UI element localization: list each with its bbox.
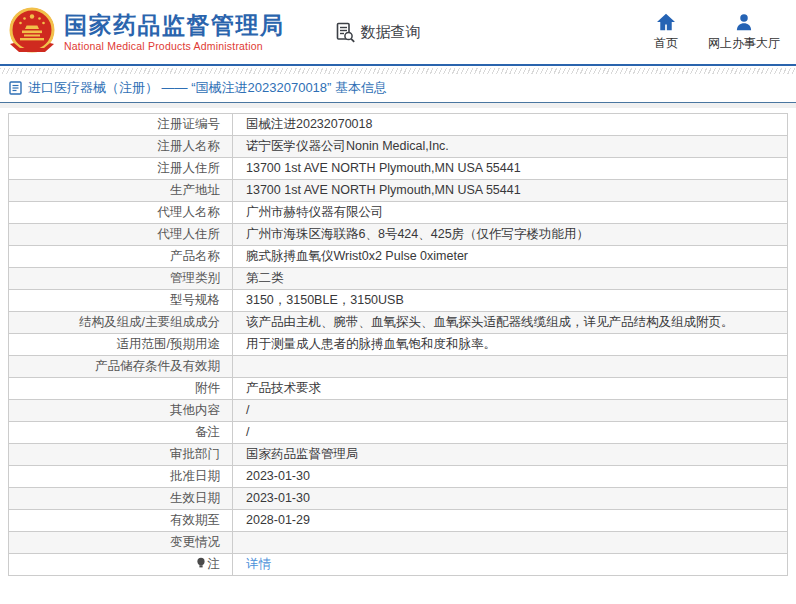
nmpa-logo: 国家药品监督管理局 National Medical Products Admi… (8, 6, 285, 58)
row-label: 生效日期 (9, 488, 233, 510)
bulb-icon (196, 557, 206, 573)
page-title-bar: 进口医疗器械（注册） —— “国械注进20232070018” 基本信息 (0, 74, 796, 103)
row-label: 适用范围/预期用途 (9, 334, 233, 356)
table-row: 注册人住所13700 1st AVE NORTH Plymouth,MN USA… (9, 158, 788, 180)
row-label: 附件 (9, 378, 233, 400)
table-row: 其他内容/ (9, 400, 788, 422)
table-row: 结构及组成/主要组成成分该产品由主机、腕带、血氧探头、血氧探头适配器线缆组成，详… (9, 312, 788, 334)
registration-info-table: 注册证编号国械注进20232070018 注册人名称诺宁医学仪器公司Nonin … (8, 113, 788, 576)
row-value: 2023-01-30 (233, 466, 788, 488)
row-value: 诺宁医学仪器公司Nonin Medical,Inc. (233, 136, 788, 158)
table-row: 备注/ (9, 422, 788, 444)
table-row: 生效日期2023-01-30 (9, 488, 788, 510)
row-value: 2023-01-30 (233, 488, 788, 510)
data-query-label: 数据查询 (361, 23, 421, 42)
row-label: 注册人住所 (9, 158, 233, 180)
row-value: 13700 1st AVE NORTH Plymouth,MN USA 5544… (233, 180, 788, 202)
row-label: 代理人名称 (9, 202, 233, 224)
row-label: 备注 (9, 422, 233, 444)
user-icon (735, 13, 753, 31)
table-row: 代理人住所广州市海珠区海联路6、8号424、425房（仅作写字楼功能用） (9, 224, 788, 246)
row-label: 型号规格 (9, 290, 233, 312)
nav-home-label: 首页 (654, 35, 678, 52)
row-label: 变更情况 (9, 532, 233, 554)
table-row: 批准日期2023-01-30 (9, 466, 788, 488)
row-value: 国械注进20232070018 (233, 114, 788, 136)
row-label: 代理人住所 (9, 224, 233, 246)
table-row: 产品名称腕式脉搏血氧仪Wrist0x2 Pulse 0ximeter (9, 246, 788, 268)
table-row: 审批部门国家药品监督管理局 (9, 444, 788, 466)
note-detail-link[interactable]: 详情 (246, 557, 271, 571)
nav-hall-label: 网上办事大厅 (708, 35, 780, 52)
table-row: 有效期至2028-01-29 (9, 510, 788, 532)
national-emblem-icon (8, 6, 56, 58)
site-subtitle: National Medical Products Administration (64, 40, 285, 52)
data-query-button[interactable]: 数据查询 (335, 22, 421, 43)
row-value: 第二类 (233, 268, 788, 290)
row-label: 生产地址 (9, 180, 233, 202)
row-label: 产品储存条件及有效期 (9, 356, 233, 378)
row-value: 国家药品监督管理局 (233, 444, 788, 466)
table-row: 注 详情 (9, 554, 788, 576)
row-label: 注册证编号 (9, 114, 233, 136)
row-label: 管理类别 (9, 268, 233, 290)
row-value: / (233, 400, 788, 422)
row-label: 注 (9, 554, 233, 576)
row-value: 用于测量成人患者的脉搏血氧饱和度和脉率。 (233, 334, 788, 356)
row-value: 产品技术要求 (233, 378, 788, 400)
row-value: 该产品由主机、腕带、血氧探头、血氧探头适配器线缆组成，详见产品结构及组成附页。 (233, 312, 788, 334)
table-row: 产品储存条件及有效期 (9, 356, 788, 378)
table-row: 代理人名称广州市赫特仪器有限公司 (9, 202, 788, 224)
logo-text: 国家药品监督管理局 National Medical Products Admi… (64, 12, 285, 52)
row-value: 广州市海珠区海联路6、8号424、425房（仅作写字楼功能用） (233, 224, 788, 246)
table-row: 适用范围/预期用途用于测量成人患者的脉搏血氧饱和度和脉率。 (9, 334, 788, 356)
row-value: 2028-01-29 (233, 510, 788, 532)
table-row: 型号规格3150，3150BLE，3150USB (9, 290, 788, 312)
row-value: 3150，3150BLE，3150USB (233, 290, 788, 312)
section-divider (0, 103, 796, 108)
page-title: 进口医疗器械（注册） —— “国械注进20232070018” 基本信息 (28, 79, 387, 97)
table-row: 管理类别第二类 (9, 268, 788, 290)
row-label: 其他内容 (9, 400, 233, 422)
site-title: 国家药品监督管理局 (64, 12, 285, 38)
table-row: 注册人名称诺宁医学仪器公司Nonin Medical,Inc. (9, 136, 788, 158)
row-label: 有效期至 (9, 510, 233, 532)
row-value: 广州市赫特仪器有限公司 (233, 202, 788, 224)
info-table-body: 注册证编号国械注进20232070018 注册人名称诺宁医学仪器公司Nonin … (9, 114, 788, 576)
document-icon (9, 81, 22, 95)
nav-home[interactable]: 首页 (654, 13, 678, 52)
table-row: 附件产品技术要求 (9, 378, 788, 400)
home-icon (656, 13, 676, 31)
nav-service-hall[interactable]: 网上办事大厅 (708, 13, 780, 52)
row-label: 审批部门 (9, 444, 233, 466)
site-header: 国家药品监督管理局 National Medical Products Admi… (0, 0, 796, 66)
table-row: 注册证编号国械注进20232070018 (9, 114, 788, 136)
row-value: 腕式脉搏血氧仪Wrist0x2 Pulse 0ximeter (233, 246, 788, 268)
row-value: 13700 1st AVE NORTH Plymouth,MN USA 5544… (233, 158, 788, 180)
row-value (233, 532, 788, 554)
table-row: 变更情况 (9, 532, 788, 554)
row-label: 批准日期 (9, 466, 233, 488)
data-query-icon (335, 22, 356, 43)
row-value (233, 356, 788, 378)
row-label: 注册人名称 (9, 136, 233, 158)
row-label: 结构及组成/主要组成成分 (9, 312, 233, 334)
top-nav: 首页 网上办事大厅 (654, 13, 782, 52)
row-value: 详情 (233, 554, 788, 576)
row-value: / (233, 422, 788, 444)
table-row: 生产地址13700 1st AVE NORTH Plymouth,MN USA … (9, 180, 788, 202)
row-label: 产品名称 (9, 246, 233, 268)
